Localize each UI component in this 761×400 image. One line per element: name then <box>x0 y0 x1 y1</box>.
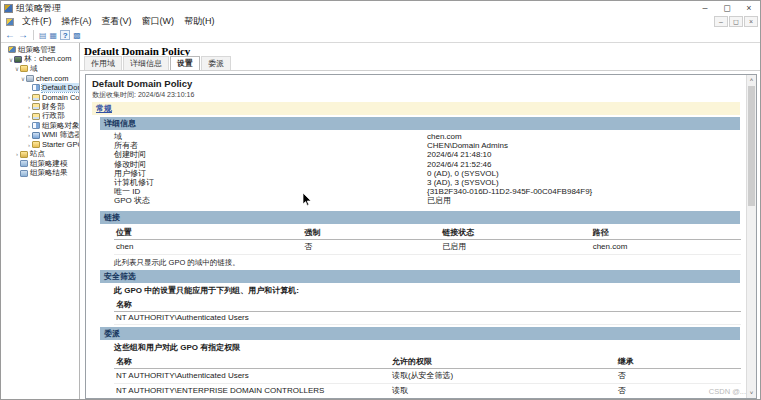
tab-details[interactable]: 详细信息 <box>123 56 169 70</box>
tree-item-forest[interactable]: ∨林：chen.com <box>1 55 79 65</box>
tree-view-icon[interactable]: ▦ <box>50 31 58 40</box>
child-close-icon[interactable]: × <box>744 16 758 27</box>
detail-row: 修改时间2024/6/4 21:52:46 <box>114 160 740 169</box>
tree-item-gp-modeling[interactable]: 组策略建模 <box>1 159 79 169</box>
tree-item-gpm-root[interactable]: 组策略管理 <box>1 45 79 55</box>
menu-view[interactable]: 查看(V) <box>97 15 137 28</box>
detail-row: 域chen.com <box>114 132 740 141</box>
tree-item-ou-admin[interactable]: ›行政部 <box>1 112 79 122</box>
console-tree: 组策略管理 ∨林：chen.com ∨域 ∨chen.com Default D… <box>1 43 80 399</box>
gpo-link-icon <box>32 84 40 91</box>
delegation-table: 名称 允许的权限 继承 NT AUTHORITY\Authenticated U… <box>114 355 741 399</box>
ou-icon <box>32 94 40 101</box>
delegation-row: NT AUTHORITY\Authenticated Users 读取(从安全筛… <box>114 368 741 383</box>
section-general: 常规 <box>92 102 740 115</box>
help-icon[interactable]: ? <box>60 30 70 40</box>
section-details-header[interactable]: 详细信息 <box>100 117 740 130</box>
window-title: 组策略管理 <box>16 2 61 15</box>
general-link[interactable]: 常规 <box>96 104 112 113</box>
forest-icon <box>14 56 22 63</box>
detail-row: 创建时间2024/6/4 21:48:10 <box>114 150 740 159</box>
menu-help[interactable]: 帮助(H) <box>179 15 220 28</box>
tree-item-gp-results[interactable]: 组策略结果 <box>1 169 79 179</box>
ou-icon <box>32 113 40 120</box>
gpmc-window: 组策略管理 – ◻ × 文件(F) 操作(A) 查看(V) 窗口(W) 帮助(H… <box>0 0 761 400</box>
tree-item-gpo-objects[interactable]: ›组策略对象 <box>1 121 79 131</box>
tab-scope[interactable]: 作用域 <box>84 56 122 70</box>
report-scrollbar[interactable]: ˄ ˅ <box>746 75 756 398</box>
tree-item-sites[interactable]: ›站点 <box>1 150 79 160</box>
detail-row: GPO 状态已启用 <box>114 196 740 205</box>
forward-icon[interactable]: → <box>18 29 28 41</box>
tree-item-domain-chen[interactable]: ∨chen.com <box>1 74 79 84</box>
close-icon[interactable]: × <box>738 1 760 15</box>
detail-row: 用户修订0 (AD), 0 (SYSVOL) <box>114 169 740 178</box>
delegation-row: NT AUTHORITY\ENTERPRISE DOMAIN CONTROLLE… <box>114 383 741 398</box>
tree-item-ou-finance[interactable]: ›财务部 <box>1 102 79 112</box>
security-filtering-row: NT AUTHORITY\Authenticated Users <box>114 311 741 324</box>
links-note: 此列表只显示此 GPO 的域中的链接。 <box>114 258 740 268</box>
main-area: 组策略管理 ∨林：chen.com ∨域 ∨chen.com Default D… <box>1 43 760 399</box>
ou-icon <box>32 103 40 110</box>
tab-delegation[interactable]: 委派 <box>201 56 231 70</box>
detail-row: 计算机修订3 (AD), 3 (SYSVOL) <box>114 178 740 187</box>
child-restore-icon[interactable]: ◻ <box>729 16 743 27</box>
delegation-intro: 这些组和用户对此 GPO 有指定权限 <box>114 342 740 353</box>
gpo-objects-icon <box>32 122 40 129</box>
section-delegation-header[interactable]: 委派 <box>100 327 740 340</box>
section-links-header[interactable]: 链接 <box>100 211 740 224</box>
menu-action[interactable]: 操作(A) <box>57 15 97 28</box>
app-icon <box>4 4 13 13</box>
starter-gpo-icon <box>32 141 40 148</box>
modeling-icon <box>20 160 28 167</box>
minimize-icon[interactable]: – <box>694 1 716 15</box>
tree-item-starter-gpo[interactable]: ›Starter GPO <box>1 140 79 150</box>
console-icon <box>8 46 16 53</box>
export-icon[interactable]: ▩ <box>73 31 81 40</box>
domain-icon <box>26 75 34 82</box>
links-row: chen 否 已启用 chen.com <box>114 239 741 254</box>
watermark: CSDN @... <box>709 387 746 396</box>
results-icon <box>20 170 28 177</box>
menu-bar: 文件(F) 操作(A) 查看(V) 窗口(W) 帮助(H) – ◻ × <box>1 15 760 28</box>
report-title: Default Domain Policy <box>92 78 740 89</box>
tree-item-wmi-filters[interactable]: ›WMI 筛选器 <box>1 131 79 141</box>
tree-item-domains[interactable]: ∨域 <box>1 64 79 74</box>
menu-file[interactable]: 文件(F) <box>17 15 57 28</box>
tree-item-domain-controllers[interactable]: ›Domain Controllers <box>1 93 79 103</box>
scroll-down-icon[interactable]: ˅ <box>747 388 756 398</box>
title-bar: 组策略管理 – ◻ × <box>1 1 760 15</box>
scrollbar-thumb[interactable] <box>748 86 755 206</box>
toolbar-separator <box>33 30 34 40</box>
links-table: 位置 强制 链接状态 路径 chen 否 已启用 chen.com <box>114 226 741 255</box>
section-security-filtering-header[interactable]: 安全筛选 <box>100 270 740 283</box>
scroll-up-icon[interactable]: ˄ <box>747 75 756 85</box>
mouse-cursor <box>303 193 312 206</box>
settings-report: Default Domain Policy 数据收集时间: 2024/6/4 2… <box>85 74 757 399</box>
child-minimize-icon[interactable]: – <box>714 16 728 27</box>
back-icon[interactable]: ← <box>5 29 15 41</box>
content-pane: Default Domain Policy 作用域 详细信息 设置 委派 Def… <box>80 43 760 399</box>
tab-settings[interactable]: 设置 <box>170 56 200 70</box>
detail-row: 唯一 ID{31B2F340-016D-11D2-945F-00C04FB984… <box>114 187 740 196</box>
menu-window[interactable]: 窗口(W) <box>137 15 180 28</box>
folder-icon <box>20 65 28 72</box>
tree-item-default-domain-policy[interactable]: Default Domain Policy <box>1 83 79 93</box>
sites-icon <box>20 151 28 158</box>
mmc-icon <box>6 18 14 26</box>
restore-icon[interactable]: ◻ <box>716 1 738 15</box>
document-icon[interactable]: ▤ <box>39 31 47 40</box>
toolbar: ← → ▤ ▦ ? ▩ <box>1 28 760 43</box>
wmi-filter-icon <box>32 132 40 139</box>
child-window-controls: – ◻ × <box>713 16 758 27</box>
details-body: 域chen.com 所有者CHEN\Domain Admins 创建时间2024… <box>100 130 740 209</box>
security-filtering-intro: 此 GPO 中的设置只能应用于下列组、用户和计算机: <box>114 285 740 296</box>
tab-strip: 作用域 详细信息 设置 委派 <box>80 58 760 71</box>
detail-row: 所有者CHEN\Domain Admins <box>114 141 740 150</box>
delegation-row: NT AUTHORITY\SYSTEM 编辑设置、删除、修改安全性 否 <box>114 398 741 399</box>
report-collected-time: 数据收集时间: 2024/6/4 23:10:16 <box>92 90 740 100</box>
security-filtering-table: 名称 NT AUTHORITY\Authenticated Users <box>114 298 741 325</box>
